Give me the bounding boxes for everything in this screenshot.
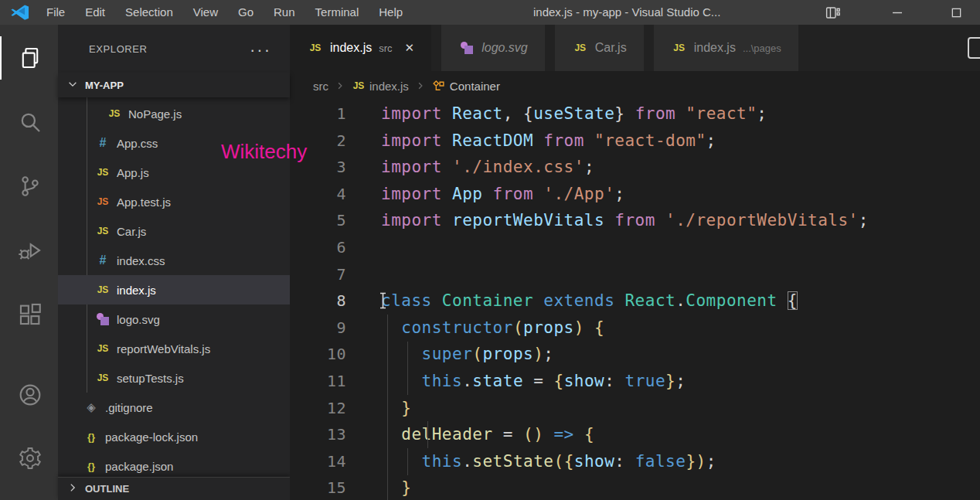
file-item-setuptests-js[interactable]: JSsetupTests.js [58,363,290,393]
file-item-car-js[interactable]: JSCar.js [58,216,290,246]
code-indent-guide [407,448,408,475]
file-name: .gitignore [105,401,153,414]
file-item-app-js[interactable]: JSApp.js [58,158,290,187]
js-file-icon: JS [94,343,111,354]
menu-bar: FileEditSelectionViewGoRunTerminalHelp [36,0,413,25]
svg-file-icon [458,42,475,54]
file-item-app-css[interactable]: #App.css [58,128,290,158]
activity-bar-bottom [0,373,58,500]
line-number: 8 [290,287,346,315]
chevron-right-icon [416,80,425,93]
line-number: 9 [290,315,346,342]
tab-label: index.js [330,41,372,55]
code-indent-guide [387,315,388,500]
tab-index.js-0[interactable]: JSindex.jssrc✕ [290,25,431,71]
code-line[interactable]: 1import React, {useState} from "react"; [290,100,980,128]
file-name: setupTests.js [117,372,184,385]
code-line[interactable]: 10 super(props); [290,341,980,368]
file-item-logo-svg[interactable]: logo.svg [58,304,290,334]
menu-run[interactable]: Run [264,0,305,25]
code-line[interactable]: 6 [290,234,980,261]
tab-strip: JSindex.jssrc✕logo.svgJSCar.jsJSindex.js… [290,25,980,71]
tab-label: logo.svg [481,41,528,55]
tab-detail: ...\pages [743,43,781,54]
outline-label: OUTLINE [85,483,129,495]
menu-go[interactable]: Go [228,0,264,25]
file-item-package-lock-json[interactable]: {}package-lock.json [58,422,290,451]
minimize-icon[interactable] [881,0,914,25]
tab-car.js[interactable]: JSCar.js [555,25,644,71]
vscode-logo-icon [10,2,30,22]
file-item-app-test-js[interactable]: JSApp.test.js [58,187,290,216]
line-number: 1 [290,100,346,128]
menu-help[interactable]: Help [369,0,413,25]
file-name: App.test.js [117,196,171,209]
line-number: 6 [290,234,346,261]
code-line[interactable]: 4import App from './App'; [290,181,980,208]
editor-actions-icon[interactable] [968,37,980,59]
title-bar: FileEditSelectionViewGoRunTerminalHelp i… [0,0,980,25]
file-list: JSNoPage.js#App.cssJSApp.jsJSApp.test.js… [58,97,290,477]
extensions-icon[interactable] [0,293,58,336]
run-debug-icon[interactable] [0,229,58,272]
tab-index.js-3[interactable]: JSindex.js...\pages [654,25,798,71]
explorer-sidebar: EXPLORER ··· MY-APP JSNoPage.js#App.cssJ… [58,25,290,500]
line-number: 11 [290,368,346,395]
customize-layout-icon[interactable] [816,0,849,25]
outline-section[interactable]: OUTLINE [58,477,290,500]
code-line[interactable]: 3import './index.css'; [290,154,980,181]
json-file-icon: {} [83,431,100,443]
tab-logo.svg[interactable]: logo.svg [441,25,545,71]
code-line[interactable]: 8class Container extends React.Component… [290,287,980,315]
file-name: logo.svg [117,313,160,326]
code-text: delHeader = () => { [346,421,594,448]
file-item--gitignore[interactable]: ◈.gitignore [58,393,290,422]
code-text: import ReactDOM from "react-dom"; [346,128,716,155]
source-control-icon[interactable] [0,165,58,208]
code-text: import React, {useState} from "react"; [346,100,767,128]
file-item-reportwebvitals-js[interactable]: JSreportWebVitals.js [58,334,290,363]
code-line[interactable]: 7 [290,261,980,288]
code-line[interactable]: 12 } [290,395,980,422]
menu-file[interactable]: File [36,0,75,25]
sidebar-title: EXPLORER [89,43,148,55]
maximize-icon[interactable] [940,0,972,25]
code-line[interactable]: 9 constructor(props) { [290,315,980,342]
code-line[interactable]: 5import reportWebVitals from './reportWe… [290,207,980,234]
line-number: 12 [290,395,346,422]
breadcrumb-item-index.js[interactable]: JSindex.js [352,80,409,93]
js-file-icon: JS [94,226,111,236]
breadcrumb-label: Container [450,80,500,93]
activity-bar [0,25,58,500]
code-line[interactable]: 14 this.setState({show: false}); [290,448,980,475]
code-text [346,261,381,288]
code-line[interactable]: 11 this.state = {show: true}; [290,368,980,395]
menu-selection[interactable]: Selection [115,0,183,25]
code-line[interactable]: 2import ReactDOM from "react-dom"; [290,128,980,155]
breadcrumb-item-container[interactable]: Container [432,80,500,93]
file-item-index-css[interactable]: #index.css [58,246,290,275]
js-file-icon: JS [106,108,123,119]
menu-view[interactable]: View [183,0,228,25]
line-number: 3 [290,154,346,181]
code-line[interactable]: 13 delHeader = () => { [290,421,980,448]
code-text: constructor(props) { [346,315,604,342]
js-file-icon: JS [94,167,111,178]
code-editor[interactable]: 1import React, {useState} from "react";2… [290,100,980,500]
menu-edit[interactable]: Edit [75,0,115,25]
close-icon[interactable]: ✕ [405,41,415,55]
explorer-icon[interactable] [0,36,58,80]
account-icon[interactable] [0,373,58,417]
settings-icon[interactable] [0,437,58,480]
code-line[interactable]: 15 } [290,474,980,500]
file-item-index-js[interactable]: JSindex.js [58,275,290,304]
code-text: class Container extends React.Component … [346,287,798,315]
more-actions-icon[interactable]: ··· [250,40,271,60]
file-item-nopage-js[interactable]: JSNoPage.js [58,99,290,128]
breadcrumb-item-src[interactable]: src [313,80,328,93]
folder-section-my-app[interactable]: MY-APP [58,73,290,97]
json-file-icon: {} [83,461,100,472]
file-item-package-json[interactable]: {}package.json [58,451,290,477]
menu-terminal[interactable]: Terminal [305,0,369,25]
search-icon[interactable] [0,100,58,144]
